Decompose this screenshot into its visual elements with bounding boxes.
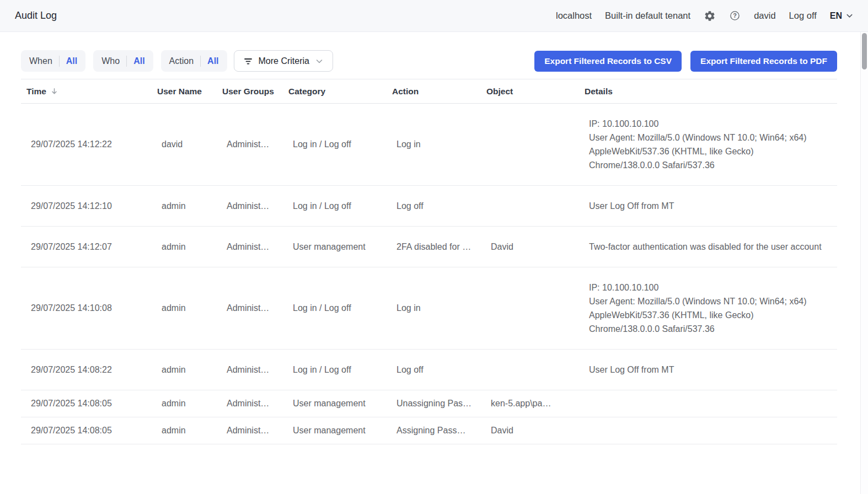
table-row: 29/07/2025 14:12:10 admin Administ… Log … [21, 186, 837, 227]
chevron-down-icon [845, 12, 854, 20]
cell-action: Assigning Pass… [387, 417, 481, 444]
cell-action: Log off [387, 186, 481, 227]
help-button[interactable]: ? [729, 10, 741, 22]
filter-chip-who-value: All [133, 56, 144, 66]
cell-details: Two-factor authentication was disabled f… [579, 227, 837, 267]
tenant-selector[interactable]: Built-in default tenant [605, 10, 690, 21]
filter-chip-when[interactable]: When All [21, 50, 85, 72]
cell-action: Unassigning Pas… [387, 390, 481, 417]
details-text: IP: 10.100.10.100 User Agent: Mozilla/5.… [589, 281, 832, 336]
details-text: Two-factor authentication was disabled f… [589, 240, 832, 254]
arrow-down-icon [50, 87, 58, 95]
column-header-time[interactable]: Time [21, 79, 152, 104]
filter-chip-action-value: All [207, 56, 218, 66]
user-menu[interactable]: david [754, 10, 775, 21]
cell-category: Log in / Log off [283, 186, 387, 227]
scrollbar-thumb[interactable] [862, 33, 867, 69]
cell-action: Log in [387, 267, 481, 350]
cell-user-name: admin [152, 227, 217, 267]
cell-time: 29/07/2025 14:12:10 [21, 186, 152, 227]
export-csv-button[interactable]: Export Filtered Records to CSV [534, 51, 682, 72]
page-title: Audit Log [15, 10, 57, 22]
filter-chip-who[interactable]: Who All [93, 50, 153, 72]
cell-user-name: david [152, 104, 217, 186]
language-selector[interactable]: EN [830, 11, 854, 21]
cell-time: 29/07/2025 14:08:05 [21, 417, 152, 444]
chip-divider [200, 56, 201, 67]
gear-icon [704, 10, 716, 22]
column-header-user-groups: User Groups [217, 79, 283, 104]
cell-object [481, 186, 579, 227]
chevron-down-icon [315, 57, 324, 66]
table-row: 29/07/2025 14:12:07 admin Administ… User… [21, 227, 837, 267]
column-header-category: Category [283, 79, 387, 104]
details-text: IP: 10.100.10.100 User Agent: Mozilla/5.… [589, 117, 832, 172]
cell-user-groups: Administ… [217, 104, 283, 186]
cell-category: Log in / Log off [283, 350, 387, 390]
cell-user-name: admin [152, 350, 217, 390]
column-header-action: Action [387, 79, 481, 104]
filter-chip-action[interactable]: Action All [161, 50, 227, 72]
cell-object [481, 350, 579, 390]
chip-divider [59, 56, 60, 67]
cell-user-groups: Administ… [217, 390, 283, 417]
details-text: User Log Off from MT [589, 199, 832, 213]
cell-time: 29/07/2025 14:08:05 [21, 390, 152, 417]
language-label: EN [830, 11, 842, 21]
more-criteria-button[interactable]: More Criteria [234, 50, 333, 72]
cell-details [579, 390, 837, 417]
cell-category: User management [283, 227, 387, 267]
cell-details [579, 417, 837, 444]
logoff-button[interactable]: Log off [789, 10, 817, 21]
cell-action: Log in [387, 104, 481, 186]
cell-user-name: admin [152, 417, 217, 444]
table-header: Time User Name User Groups Category Acti… [21, 79, 837, 104]
audit-log-table: Time User Name User Groups Category Acti… [21, 79, 837, 444]
table-row: 29/07/2025 14:08:05 admin Administ… User… [21, 417, 837, 444]
question-circle-icon: ? [729, 10, 741, 22]
column-header-object: Object [481, 79, 579, 104]
cell-category: User management [283, 417, 387, 444]
cell-details: IP: 10.100.10.100 User Agent: Mozilla/5.… [579, 104, 837, 186]
cell-category: Log in / Log off [283, 104, 387, 186]
export-pdf-button[interactable]: Export Filtered Records to PDF [690, 51, 837, 72]
audit-table-body: 29/07/2025 14:12:22 david Administ… Log … [21, 104, 837, 444]
cell-user-name: admin [152, 267, 217, 350]
cell-category: User management [283, 390, 387, 417]
filter-chip-when-label: When [29, 56, 52, 66]
cell-category: Log in / Log off [283, 267, 387, 350]
cell-time: 29/07/2025 14:10:08 [21, 267, 152, 350]
cell-user-groups: Administ… [217, 350, 283, 390]
audit-log-main: When All Who All Action All More Criteri… [0, 50, 868, 444]
cell-user-name: admin [152, 186, 217, 227]
details-text: User Log Off from MT [589, 363, 832, 377]
table-row: 29/07/2025 14:12:22 david Administ… Log … [21, 104, 837, 186]
cell-object [481, 104, 579, 186]
cell-object: ken-5.app\pa… [481, 390, 579, 417]
cell-user-name: admin [152, 390, 217, 417]
cell-user-groups: Administ… [217, 186, 283, 227]
cell-user-groups: Administ… [217, 267, 283, 350]
filter-bar: When All Who All Action All More Criteri… [21, 50, 837, 72]
cell-object: David [481, 227, 579, 267]
table-row: 29/07/2025 14:10:08 admin Administ… Log … [21, 267, 837, 350]
cell-details: IP: 10.100.10.100 User Agent: Mozilla/5.… [579, 267, 837, 350]
cell-user-groups: Administ… [217, 227, 283, 267]
filter-chip-action-label: Action [169, 56, 194, 66]
table-row: 29/07/2025 14:08:22 admin Administ… Log … [21, 350, 837, 390]
cell-action: Log off [387, 350, 481, 390]
host-label: localhost [556, 10, 592, 21]
cell-time: 29/07/2025 14:12:07 [21, 227, 152, 267]
cell-user-groups: Administ… [217, 417, 283, 444]
cell-details: User Log Off from MT [579, 350, 837, 390]
topbar: Audit Log localhost Built-in default ten… [0, 0, 868, 32]
settings-button[interactable] [704, 10, 716, 22]
filter-chip-when-value: All [66, 56, 77, 66]
table-row: 29/07/2025 14:08:05 admin Administ… User… [21, 390, 837, 417]
column-header-user-name: User Name [152, 79, 217, 104]
more-criteria-label: More Criteria [259, 56, 309, 66]
vertical-scrollbar[interactable] [860, 32, 868, 494]
cell-action: 2FA disabled for … [387, 227, 481, 267]
cell-object [481, 267, 579, 350]
cell-time: 29/07/2025 14:08:22 [21, 350, 152, 390]
